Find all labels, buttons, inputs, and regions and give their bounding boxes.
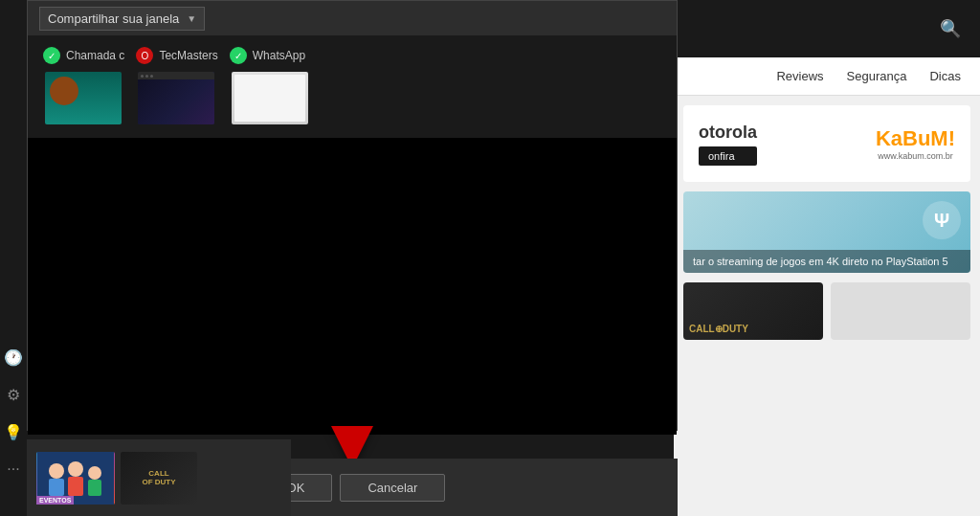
thumb-label-tecmasters: O TecMasters (136, 47, 217, 64)
preview-black-area (28, 138, 677, 435)
whatsapp-call-icon: ✓ (43, 47, 60, 64)
svg-rect-2 (49, 479, 64, 496)
thumb-preview-whatsapp (230, 70, 310, 126)
dialog-header: Compartilhar sua janela ▼ (28, 1, 677, 35)
settings-icon[interactable]: ⚙ (7, 386, 20, 404)
thumb-preview-tecmasters (136, 70, 216, 126)
website-content: otorola onfira KaBuM! www.kabum.com.br Ψ… (674, 96, 980, 349)
share-dialog: Compartilhar sua janela ▼ ✓ Chamada c O … (27, 0, 678, 431)
small-cards: CALL⊕DUTY (683, 282, 970, 340)
left-sidebar: 🕐 ⚙ 💡 ··· (0, 0, 27, 516)
store-logo: KaBuM! (876, 126, 955, 151)
svg-point-1 (49, 463, 64, 479)
store-logo-area: KaBuM! www.kabum.com.br (876, 126, 955, 161)
thumb-item-whatsapp[interactable]: ✓ WhatsApp (230, 47, 310, 126)
thumb-label-whatsapp: ✓ WhatsApp (230, 47, 305, 64)
dot3 (150, 75, 153, 78)
brand-name: otorola (699, 123, 757, 143)
phone-card[interactable] (831, 282, 970, 340)
website-header: 🔍 (674, 0, 980, 57)
article-title: tar o streaming de jogos em 4K direto no… (693, 256, 961, 267)
thumb-item-tecmasters[interactable]: O TecMasters (136, 47, 217, 126)
opera-content (138, 72, 214, 124)
cod-bottom-thumb[interactable]: CALLOF DUTY (121, 452, 197, 505)
opera-topbar (138, 72, 214, 79)
cod-label: CALL⊕DUTY (689, 324, 748, 334)
article-overlay: tar o streaming de jogos em 4K direto no… (683, 250, 970, 273)
nav-seguranca[interactable]: Segurança (847, 69, 907, 83)
events-badge: EVENTOS (36, 496, 74, 505)
ad-banner: otorola onfira KaBuM! www.kabum.com.br (683, 105, 970, 182)
nav-reviews[interactable]: Reviews (776, 69, 823, 83)
bulb-icon[interactable]: 💡 (4, 423, 23, 441)
store-url: www.kabum.com.br (876, 151, 955, 161)
cod-card[interactable]: CALL⊕DUTY (683, 282, 823, 340)
tecmasters-thumbnail (138, 72, 214, 124)
svg-rect-6 (88, 480, 101, 496)
dropdown-label: Compartilhar sua janela (48, 11, 179, 26)
tecmasters-app-name: TecMasters (159, 49, 217, 62)
thumb-preview-call (43, 70, 123, 126)
search-icon[interactable]: 🔍 (940, 18, 961, 39)
bottom-thumbnails-bar: EVENTOS CALLOF DUTY (27, 439, 291, 516)
whatsapp-icon: ✓ (230, 47, 247, 64)
ps-icon: Ψ (923, 201, 961, 239)
call-app-name: Chamada c (66, 49, 124, 62)
website-background: 🔍 Reviews Segurança Dicas otorola onfira… (674, 0, 980, 516)
svg-point-5 (88, 466, 101, 480)
nav-dicas[interactable]: Dicas (929, 69, 961, 83)
dot2 (145, 75, 148, 78)
cancel-button[interactable]: Cancelar (340, 474, 445, 502)
thumb-label-call: ✓ Chamada c (43, 47, 124, 64)
thumb-item-call[interactable]: ✓ Chamada c (43, 47, 124, 126)
share-dropdown[interactable]: Compartilhar sua janela ▼ (39, 7, 205, 31)
call-thumbnail (45, 72, 122, 124)
cta-button[interactable]: onfira (699, 146, 757, 166)
svg-rect-4 (68, 477, 83, 496)
more-icon[interactable]: ··· (7, 460, 19, 478)
dot1 (141, 75, 144, 78)
clock-icon[interactable]: 🕐 (4, 348, 23, 367)
website-nav: Reviews Segurança Dicas (674, 57, 980, 96)
whatsapp-app-name: WhatsApp (253, 49, 305, 62)
anime-thumbnail[interactable]: EVENTOS (36, 452, 115, 505)
thumbnails-row: ✓ Chamada c O TecMasters (28, 35, 677, 138)
article-card-ps[interactable]: Ψ tar o streaming de jogos em 4K direto … (683, 191, 970, 273)
svg-point-3 (68, 461, 83, 477)
whatsapp-thumbnail (232, 72, 308, 124)
chevron-down-icon: ▼ (187, 13, 196, 24)
avatar-face (50, 77, 78, 105)
ad-left: otorola onfira (699, 123, 757, 166)
opera-icon: O (136, 47, 153, 64)
